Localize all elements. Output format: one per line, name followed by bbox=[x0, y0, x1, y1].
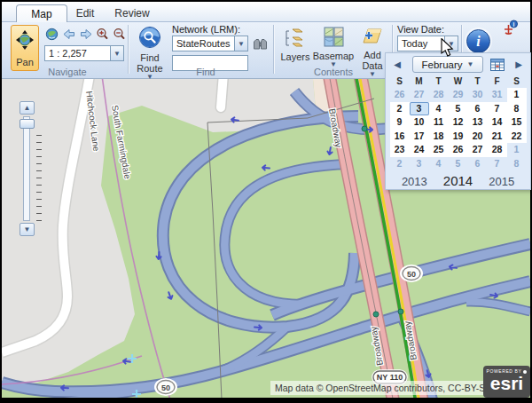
calendar-grid-view-button[interactable] bbox=[489, 57, 505, 72]
calendar-year-2015[interactable]: 2015 bbox=[489, 175, 514, 188]
calendar-day-cell[interactable]: 1 bbox=[507, 88, 527, 102]
calendar-day-cell[interactable]: 27 bbox=[410, 88, 429, 102]
calendar-day-cell[interactable]: 22 bbox=[507, 130, 527, 144]
view-date-calendar-popup: ◀ February ▼ ▶ S M T W T F S bbox=[385, 52, 531, 190]
globe-icon bbox=[45, 28, 59, 41]
zoom-slider-up-button[interactable]: ▲ bbox=[20, 101, 35, 115]
zoom-slider-track[interactable] bbox=[23, 116, 30, 221]
find-route-label-1: Find bbox=[140, 52, 159, 63]
identify-route-icon: i bbox=[503, 20, 519, 36]
zoom-slider-handle[interactable] bbox=[20, 119, 35, 129]
calendar-day-cell[interactable]: 3 bbox=[410, 157, 429, 171]
calendar-day-cell[interactable]: 7 bbox=[488, 102, 507, 116]
calendar-day-cell[interactable]: 29 bbox=[449, 88, 468, 102]
calendar-day-cell[interactable]: 27 bbox=[468, 143, 488, 157]
group-label-navigate: Navigate bbox=[9, 67, 126, 77]
network-dropdown-button[interactable]: ▼ bbox=[234, 36, 248, 51]
ribbon-separator bbox=[128, 25, 129, 74]
calendar-day-cell[interactable]: 23 bbox=[390, 143, 410, 157]
zoom-slider-down-button[interactable]: ▼ bbox=[20, 223, 35, 236]
calendar-day-cell[interactable]: 4 bbox=[429, 102, 449, 116]
next-extent-button[interactable] bbox=[78, 27, 93, 42]
zoom-out-button[interactable] bbox=[112, 27, 127, 42]
calendar-day-cell[interactable]: 24 bbox=[410, 143, 429, 157]
zoom-slider-ticks bbox=[36, 135, 42, 227]
calendar-day-cell[interactable]: 11 bbox=[429, 115, 449, 130]
zoom-in-button[interactable] bbox=[95, 27, 110, 42]
calendar-day-cell[interactable]: 3 bbox=[410, 102, 429, 116]
calendar-day-cell[interactable]: 26 bbox=[390, 88, 410, 102]
calendar-day-cell[interactable]: 28 bbox=[429, 88, 449, 102]
search-routes-button[interactable] bbox=[253, 36, 268, 51]
binoculars-icon bbox=[253, 38, 268, 51]
view-date-value[interactable]: Today bbox=[397, 36, 444, 51]
calendar-day-cell[interactable]: 5 bbox=[449, 102, 468, 116]
view-date-combobox: Today ▼ bbox=[397, 36, 458, 51]
calendar-day-cell[interactable]: 13 bbox=[468, 115, 488, 130]
network-lrm-label: Network (LRM): bbox=[172, 24, 240, 35]
calendar-day-cell[interactable]: 9 bbox=[390, 115, 410, 130]
calendar-day-cell[interactable]: 14 bbox=[488, 115, 507, 130]
full-extent-button[interactable] bbox=[44, 27, 59, 42]
calendar-day-cell[interactable]: 31 bbox=[488, 88, 507, 102]
calendar-day-cell[interactable]: 18 bbox=[429, 130, 449, 144]
calendar-day-cell[interactable]: 21 bbox=[488, 130, 507, 144]
calendar-year-2013[interactable]: 2013 bbox=[402, 175, 427, 188]
calendar-year-2014[interactable]: 2014 bbox=[443, 173, 473, 188]
calendar-day-cell[interactable]: 8 bbox=[507, 102, 527, 116]
calendar-day-cell[interactable]: 16 bbox=[390, 130, 410, 144]
find-route-icon bbox=[138, 26, 161, 51]
calendar-day-cell[interactable]: 6 bbox=[468, 157, 488, 171]
calendar-next-month-button[interactable]: ▶ bbox=[512, 58, 525, 71]
pan-tool-button[interactable]: Pan bbox=[11, 25, 39, 71]
map-scale-dropdown-button[interactable]: ▼ bbox=[110, 45, 124, 61]
layers-label: Layers bbox=[280, 51, 309, 62]
ribbon-tabstrip: Map Edit Review bbox=[2, 2, 530, 22]
calendar-day-cell[interactable]: 1 bbox=[507, 143, 527, 157]
network-value[interactable]: StateRoutes bbox=[172, 36, 234, 51]
calendar-day-cell[interactable]: 5 bbox=[449, 157, 468, 171]
ribbon-separator bbox=[273, 25, 274, 74]
exit-shield-2: 50 bbox=[156, 380, 176, 394]
calendar-years: 2013 2014 2015 bbox=[386, 173, 530, 188]
info-icon: i bbox=[476, 34, 480, 50]
calendar-day-cell[interactable]: 26 bbox=[449, 143, 468, 157]
calendar-day-cell[interactable]: 7 bbox=[488, 157, 507, 171]
calendar-prev-month-button[interactable]: ◀ bbox=[391, 58, 403, 71]
day-header: S bbox=[507, 75, 527, 88]
svg-text:50: 50 bbox=[161, 383, 170, 392]
calendar-day-cell[interactable]: 6 bbox=[468, 102, 488, 116]
calendar-day-cell[interactable]: 15 bbox=[507, 115, 527, 130]
calendar-day-cell[interactable]: 10 bbox=[410, 115, 429, 130]
basemap-button[interactable]: Basemap ▼ bbox=[314, 26, 353, 67]
back-arrow-icon bbox=[62, 28, 76, 41]
esri-logo: POWERED BY esri bbox=[483, 366, 530, 398]
previous-extent-button[interactable] bbox=[61, 27, 76, 42]
day-header: F bbox=[488, 75, 507, 88]
calendar-day-cell[interactable]: 28 bbox=[488, 143, 507, 157]
calendar-day-cell[interactable]: 12 bbox=[449, 115, 468, 130]
calendar-month-dropdown[interactable]: February ▼ bbox=[412, 56, 483, 73]
calendar-day-cell[interactable]: 8 bbox=[507, 157, 527, 171]
group-label-find: Find bbox=[135, 67, 277, 77]
calendar-day-cell[interactable]: 2 bbox=[390, 157, 410, 171]
layers-icon bbox=[284, 27, 307, 50]
calendar-day-cell[interactable]: 19 bbox=[449, 130, 468, 144]
calendar-day-cell[interactable]: 20 bbox=[468, 130, 488, 144]
calendar-day-cell[interactable]: 25 bbox=[429, 143, 449, 157]
calendar-day-cell[interactable]: 30 bbox=[468, 88, 488, 102]
group-label-contents: Contents bbox=[278, 67, 388, 77]
view-date-dropdown-button[interactable]: ▼ bbox=[444, 36, 458, 51]
layers-button[interactable]: Layers bbox=[278, 26, 312, 62]
tab-edit[interactable]: Edit bbox=[60, 4, 110, 22]
map-scale-value[interactable]: 1 : 2,257 bbox=[44, 45, 110, 61]
tab-review[interactable]: Review bbox=[105, 4, 160, 22]
info-button[interactable]: i bbox=[466, 29, 490, 53]
identify-route-tool[interactable]: i bbox=[503, 20, 519, 39]
calendar-day-cell[interactable]: 2 bbox=[390, 102, 410, 116]
calendar-day-cell[interactable]: 4 bbox=[429, 157, 449, 171]
calendar-day-headers: S M T W T F S bbox=[386, 75, 530, 88]
day-header: M bbox=[410, 75, 429, 88]
calendar-month-caret: ▼ bbox=[467, 61, 474, 67]
calendar-day-cell[interactable]: 17 bbox=[410, 130, 429, 144]
